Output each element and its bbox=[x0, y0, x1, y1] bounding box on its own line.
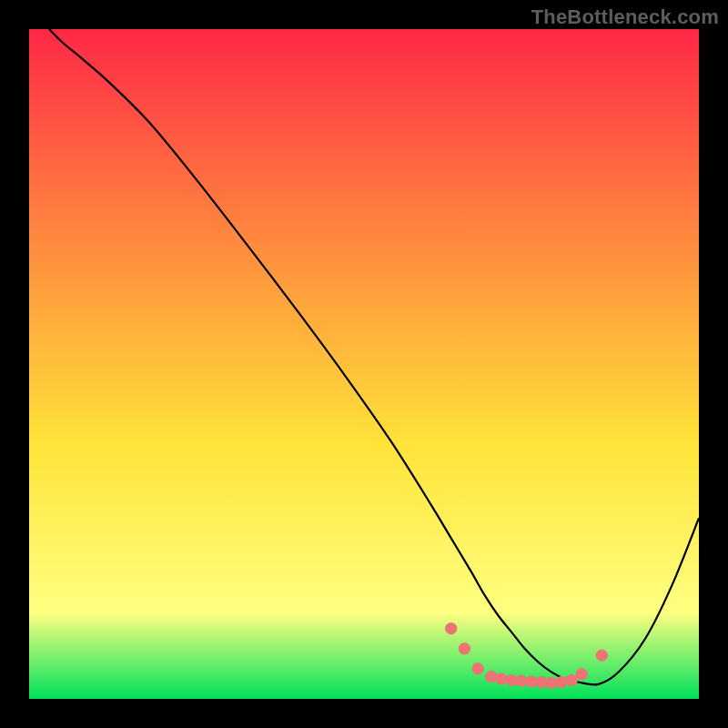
gradient-background bbox=[29, 29, 699, 699]
chart-svg bbox=[29, 29, 699, 699]
data-marker bbox=[445, 623, 456, 634]
data-marker bbox=[596, 650, 607, 661]
data-marker bbox=[496, 673, 507, 684]
data-marker bbox=[536, 676, 547, 687]
data-marker bbox=[486, 672, 497, 682]
data-marker bbox=[576, 669, 587, 680]
brand-watermark: TheBottleneck.com bbox=[531, 5, 719, 29]
data-marker bbox=[472, 663, 483, 674]
data-marker bbox=[566, 674, 577, 685]
data-marker bbox=[506, 674, 517, 685]
data-marker bbox=[546, 677, 557, 688]
data-marker bbox=[556, 676, 567, 687]
data-marker bbox=[526, 676, 537, 687]
chart-container: TheBottleneck.com bbox=[0, 0, 728, 728]
data-marker bbox=[516, 675, 527, 686]
plot-frame bbox=[29, 29, 699, 699]
data-marker bbox=[459, 643, 470, 654]
